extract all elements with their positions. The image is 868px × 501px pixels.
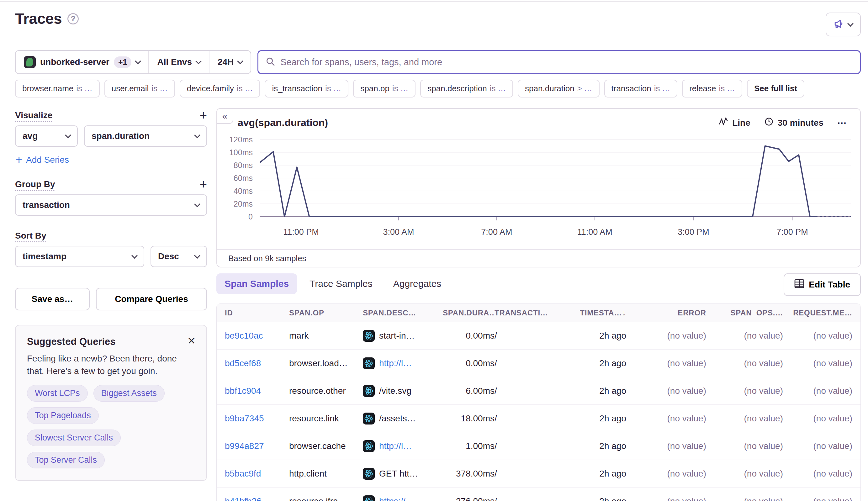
suggested-queries-description: Feeling like a newb? Been there, done th… <box>27 352 195 377</box>
chevron-down-icon <box>847 20 854 26</box>
tab-trace-samples[interactable]: Trace Samples <box>301 274 381 294</box>
transaction-cell: / <box>495 386 567 396</box>
compare-queries-button[interactable]: Compare Queries <box>96 288 207 310</box>
filter-chip-device.family[interactable]: device.familyis... <box>180 79 260 97</box>
column-header-span-op[interactable]: SPAN.OP <box>289 309 363 317</box>
timestamp-cell: 2h ago <box>567 386 626 396</box>
help-icon[interactable]: ? <box>67 13 79 24</box>
column-header-transacti-[interactable]: TRANSACTI… <box>495 309 567 317</box>
span-id-link[interactable]: be9c10ac <box>225 331 263 340</box>
table-row: b9ba7345resource.link/assets…18.00ms/2h … <box>217 405 860 432</box>
chart-type-label: Line <box>732 118 750 128</box>
chart-line-svg[interactable] <box>260 136 851 224</box>
add-visualize-icon[interactable]: + <box>200 111 207 120</box>
search-bar[interactable] <box>257 50 861 74</box>
column-header-error[interactable]: ERROR <box>626 309 706 317</box>
chip-key: release <box>689 84 716 94</box>
add-series-button[interactable]: + Add Series <box>16 155 207 165</box>
column-header-id[interactable]: ID <box>225 309 289 317</box>
chip-op: is <box>654 84 660 94</box>
span-description-text[interactable]: http://l… <box>379 441 412 451</box>
timestamp-value[interactable]: 2h ago <box>599 441 626 451</box>
filter-chip-release[interactable]: releaseis... <box>682 79 742 97</box>
add-group-by-icon[interactable]: + <box>200 180 207 189</box>
timestamp-value[interactable]: 2h ago <box>599 414 626 424</box>
span-id-cell: b5bac9fd <box>225 469 289 479</box>
environment-label: All Envs <box>157 57 192 67</box>
span-id-link[interactable]: bbf1c904 <box>225 386 261 396</box>
see-full-list-button[interactable]: See full list <box>747 79 804 97</box>
edit-table-label: Edit Table <box>809 280 850 290</box>
filter-chip-span.description[interactable]: span.descriptionis... <box>420 79 513 97</box>
chip-key: is_transaction <box>272 84 322 94</box>
chip-op: is <box>325 84 331 94</box>
span-id-link[interactable]: b994a827 <box>225 441 264 451</box>
span-id-link[interactable]: b9ba7345 <box>225 414 264 423</box>
tab-aggregates[interactable]: Aggregates <box>385 274 449 294</box>
x-axis-tick: 11:00 AM <box>577 227 612 237</box>
sort-direction-select[interactable]: Desc <box>150 246 207 267</box>
react-project-icon <box>363 468 375 480</box>
save-as-button[interactable]: Save as… <box>15 288 90 310</box>
span-id-link[interactable]: b5bac9fd <box>225 469 261 478</box>
span-id-cell: b9ba7345 <box>225 414 289 424</box>
span-description-cell: https://… <box>363 495 443 501</box>
column-header-span-dura-[interactable]: SPAN.DURA… <box>443 309 495 317</box>
suggested-query-chip[interactable]: Top Pageloads <box>27 407 99 424</box>
sort-field-select[interactable]: timestamp <box>15 246 144 267</box>
span-id-link[interactable]: b41bfb26 <box>225 496 262 501</box>
span-op-cell: browser.cache <box>289 441 363 451</box>
filter-chip-transaction[interactable]: transactionis... <box>604 79 678 97</box>
field-select[interactable]: span.duration <box>84 125 207 147</box>
chart-interval-button[interactable]: 30 minutes <box>764 117 824 129</box>
span-id-cell: b994a827 <box>225 441 289 451</box>
table-body: be9c10acmarkstart-in…0.00ms/2h ago(no va… <box>217 322 860 501</box>
timestamp-value[interactable]: 2h ago <box>599 469 626 479</box>
chart-more-menu[interactable]: ⋯ <box>837 117 848 128</box>
environment-selector[interactable]: All Envs <box>148 51 209 73</box>
close-icon[interactable]: ✕ <box>187 335 196 347</box>
column-header-timesta-[interactable]: TIMESTA…↓ <box>567 308 626 318</box>
column-header-request-me-[interactable]: REQUEST.ME… <box>783 309 852 317</box>
span-description-text: /assets… <box>379 414 416 424</box>
y-axis-tick: 120ms <box>229 135 253 144</box>
span-description-text: /vite.svg <box>379 386 411 396</box>
time-range-selector[interactable]: 24H <box>209 51 251 73</box>
chip-key: user.email <box>112 84 149 94</box>
project-selector[interactable]: unborked-server +1 <box>16 51 148 73</box>
filter-chip-user.email[interactable]: user.emailis... <box>104 79 175 97</box>
whats-new-button[interactable] <box>826 12 861 36</box>
span-description-text[interactable]: http://l… <box>379 358 412 369</box>
query-builder: Visualize + avg span.duration + Add Seri… <box>15 110 207 481</box>
suggested-query-chip[interactable]: Top Server Calls <box>27 452 105 468</box>
aggregate-select[interactable]: avg <box>15 125 78 147</box>
filter-chip-span.op[interactable]: span.opis... <box>353 79 415 97</box>
chip-value: ... <box>401 84 409 94</box>
timestamp-value[interactable]: 2h ago <box>599 496 626 501</box>
search-input[interactable] <box>280 57 853 67</box>
timestamp-value[interactable]: 2h ago <box>599 358 626 369</box>
timestamp-value[interactable]: 2h ago <box>599 386 626 396</box>
collapse-sidebar-button[interactable]: « <box>216 108 233 124</box>
request-method-cell: (no value) <box>783 469 852 479</box>
chip-op: is <box>392 84 398 94</box>
filter-chip-browser.name[interactable]: browser.nameis... <box>15 79 100 97</box>
group-by-select[interactable]: transaction <box>15 194 207 216</box>
suggested-query-chip[interactable]: Biggest Assets <box>94 385 165 402</box>
filter-chip-is_transaction[interactable]: is_transactionis... <box>265 79 348 97</box>
table-row: bbf1c904resource.other/vite.svg6.00ms/2h… <box>217 377 860 405</box>
span-id-link[interactable]: bd5cef68 <box>225 358 261 368</box>
timestamp-value[interactable]: 2h ago <box>599 331 626 341</box>
timestamp-cell: 2h ago <box>567 441 626 451</box>
x-axis-tick: 3:00 PM <box>678 227 709 237</box>
suggested-query-chip[interactable]: Worst LCPs <box>27 385 88 402</box>
suggested-query-chip[interactable]: Slowest Server Calls <box>27 429 121 446</box>
timestamp-cell: 2h ago <box>567 414 626 424</box>
edit-table-button[interactable]: Edit Table <box>784 274 861 296</box>
column-header-span-desc-[interactable]: SPAN.DESC… <box>363 309 443 317</box>
column-header-span-ops-[interactable]: SPAN_OPS.… <box>706 309 783 317</box>
span-description-text[interactable]: https://… <box>379 496 414 501</box>
chart-type-button[interactable]: Line <box>719 118 750 128</box>
filter-chip-span.duration[interactable]: span.duration>... <box>518 79 599 97</box>
tab-span-samples[interactable]: Span Samples <box>216 274 297 294</box>
